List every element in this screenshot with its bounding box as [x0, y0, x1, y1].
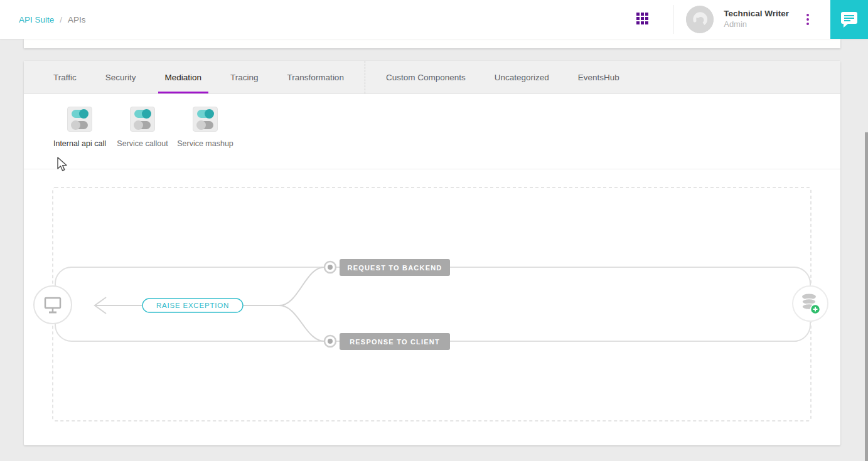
- tab-label: Security: [105, 73, 136, 82]
- tab-label: Custom Components: [386, 73, 466, 82]
- user-info[interactable]: Technical Writer Admin: [724, 9, 789, 29]
- tab-eventshub[interactable]: EventsHub: [564, 61, 634, 93]
- tab-traffic[interactable]: Traffic: [39, 61, 91, 93]
- tab-tracing[interactable]: Tracing: [216, 61, 273, 93]
- scrolled-card-remnant: [24, 39, 840, 48]
- tab-label: Mediation: [165, 73, 202, 82]
- toggles-icon: [67, 107, 92, 132]
- tab-security[interactable]: Security: [91, 61, 151, 93]
- raise-exception-pill[interactable]: RAISE EXCEPTION: [142, 299, 243, 312]
- mediation-card: Traffic Security Mediation Tracing Trans…: [24, 61, 840, 445]
- palette-item-label: Service callout: [117, 139, 168, 148]
- chat-button[interactable]: [830, 0, 868, 39]
- tab-label: Traffic: [53, 73, 77, 82]
- avatar[interactable]: [686, 6, 714, 33]
- request-to-backend-label[interactable]: REQUEST TO BACKEND: [340, 259, 450, 276]
- top-header: API Suite / APIs Technical Writer Admin: [0, 0, 868, 39]
- palette-item-label: Service mashup: [177, 139, 233, 148]
- svg-text:RESPONSE TO CLIENT: RESPONSE TO CLIENT: [350, 338, 440, 346]
- component-palette: Internal api call Service callout Servic…: [24, 94, 840, 169]
- raise-exception-label: RAISE EXCEPTION: [156, 302, 229, 309]
- chat-bubble-icon: [840, 11, 858, 28]
- tab-label: EventsHub: [578, 73, 619, 82]
- palette-item-service-mashup[interactable]: Service mashup: [171, 107, 240, 148]
- palette-item-internal-api-call[interactable]: Internal api call: [45, 107, 114, 148]
- breadcrumb-separator: /: [60, 15, 62, 24]
- svg-text:REQUEST TO BACKEND: REQUEST TO BACKEND: [348, 264, 442, 272]
- tab-label: Uncategorized: [495, 73, 549, 82]
- tab-bar: Traffic Security Mediation Tracing Trans…: [24, 61, 840, 94]
- request-marker[interactable]: [324, 262, 336, 273]
- tab-label: Transformation: [287, 73, 344, 82]
- breadcrumb-link-api-suite[interactable]: API Suite: [19, 15, 54, 24]
- response-to-client-label[interactable]: RESPONSE TO CLIENT: [340, 333, 450, 350]
- toggles-icon: [193, 107, 218, 132]
- user-name: Technical Writer: [724, 9, 789, 19]
- avatar-logo-icon: [686, 6, 714, 33]
- breadcrumb-current-apis: APIs: [68, 15, 86, 24]
- tab-transformation[interactable]: Transformation: [273, 61, 358, 93]
- client-node[interactable]: [34, 286, 72, 324]
- palette-item-label: Internal api call: [53, 139, 106, 148]
- vertical-scrollbar[interactable]: [865, 132, 868, 461]
- response-marker[interactable]: [324, 336, 336, 347]
- tab-mediation[interactable]: Mediation: [151, 61, 217, 93]
- tab-label: Tracing: [230, 73, 259, 82]
- tab-uncategorized[interactable]: Uncategorized: [480, 61, 564, 93]
- user-role: Admin: [724, 19, 789, 29]
- palette-item-service-callout[interactable]: Service callout: [108, 107, 177, 148]
- apps-grid-icon[interactable]: [636, 13, 650, 26]
- mediation-flow-canvas: RAISE EXCEPTION REQUEST TO BACKEND RESPO…: [24, 170, 840, 445]
- kebab-menu-icon[interactable]: [804, 11, 812, 28]
- breadcrumb: API Suite / APIs: [19, 15, 636, 24]
- tab-custom-components[interactable]: Custom Components: [372, 61, 480, 93]
- header-divider: [673, 5, 673, 34]
- backend-node[interactable]: [793, 286, 828, 321]
- toggles-icon: [130, 107, 155, 132]
- tab-group-divider: [365, 61, 365, 93]
